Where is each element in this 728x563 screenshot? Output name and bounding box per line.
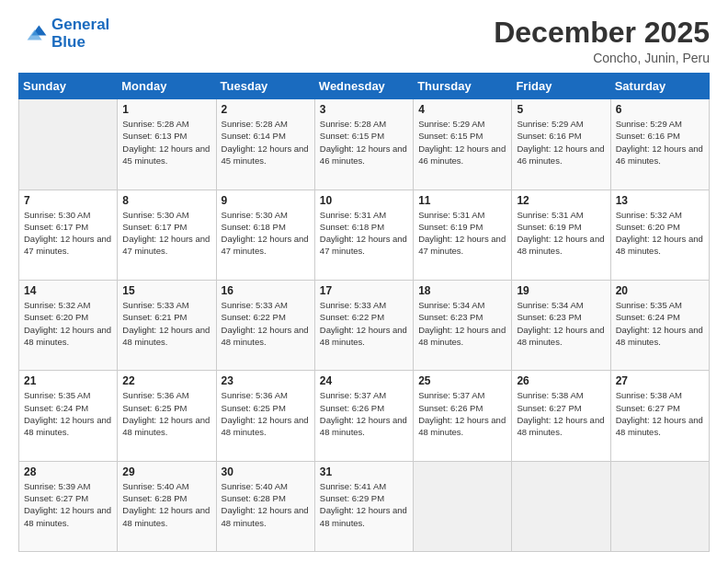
- cell-info: Sunrise: 5:33 AMSunset: 6:22 PMDaylight:…: [320, 299, 408, 348]
- logo: General Blue: [18, 17, 109, 51]
- page: General Blue December 2025 Concho, Junin…: [0, 0, 728, 563]
- day-number: 12: [517, 194, 605, 207]
- calendar-cell: 3Sunrise: 5:28 AMSunset: 6:15 PMDaylight…: [314, 99, 413, 190]
- calendar-cell: 27Sunrise: 5:38 AMSunset: 6:27 PMDayligh…: [610, 371, 709, 461]
- calendar-cell: [512, 461, 610, 551]
- cell-info: Sunrise: 5:33 AMSunset: 6:22 PMDaylight:…: [222, 299, 310, 348]
- calendar-cell: 2Sunrise: 5:28 AMSunset: 6:14 PMDaylight…: [216, 99, 314, 190]
- cell-info: Sunrise: 5:34 AMSunset: 6:23 PMDaylight:…: [418, 299, 506, 348]
- cell-info: Sunrise: 5:30 AMSunset: 6:17 PMDaylight:…: [24, 209, 112, 258]
- cell-info: Sunrise: 5:28 AMSunset: 6:13 PMDaylight:…: [122, 118, 210, 167]
- day-number: 13: [616, 194, 704, 207]
- calendar-cell: 4Sunrise: 5:29 AMSunset: 6:15 PMDaylight…: [414, 99, 512, 190]
- cell-info: Sunrise: 5:37 AMSunset: 6:26 PMDaylight:…: [320, 389, 408, 438]
- day-number: 11: [418, 194, 506, 207]
- calendar-cell: 9Sunrise: 5:30 AMSunset: 6:18 PMDaylight…: [216, 190, 314, 280]
- day-number: 29: [122, 465, 210, 478]
- cell-info: Sunrise: 5:31 AMSunset: 6:19 PMDaylight:…: [517, 209, 605, 258]
- calendar-cell: 25Sunrise: 5:37 AMSunset: 6:26 PMDayligh…: [414, 371, 512, 461]
- cell-info: Sunrise: 5:34 AMSunset: 6:23 PMDaylight:…: [517, 299, 605, 348]
- cell-info: Sunrise: 5:35 AMSunset: 6:24 PMDaylight:…: [616, 299, 704, 348]
- calendar-cell: 7Sunrise: 5:30 AMSunset: 6:17 PMDaylight…: [19, 190, 118, 280]
- main-title: December 2025: [494, 17, 710, 49]
- day-number: 16: [222, 284, 310, 297]
- logo-icon: [18, 19, 48, 49]
- cell-info: Sunrise: 5:40 AMSunset: 6:28 PMDaylight:…: [122, 480, 210, 529]
- calendar-cell: 26Sunrise: 5:38 AMSunset: 6:27 PMDayligh…: [512, 371, 610, 461]
- calendar-cell: 16Sunrise: 5:33 AMSunset: 6:22 PMDayligh…: [216, 280, 314, 370]
- calendar-cell: 12Sunrise: 5:31 AMSunset: 6:19 PMDayligh…: [512, 190, 610, 280]
- cell-info: Sunrise: 5:30 AMSunset: 6:18 PMDaylight:…: [222, 209, 310, 258]
- day-number: 21: [24, 374, 112, 387]
- cell-info: Sunrise: 5:38 AMSunset: 6:27 PMDaylight:…: [616, 389, 704, 438]
- calendar-cell: 18Sunrise: 5:34 AMSunset: 6:23 PMDayligh…: [414, 280, 512, 370]
- cell-info: Sunrise: 5:41 AMSunset: 6:29 PMDaylight:…: [320, 480, 408, 529]
- day-number: 1: [122, 103, 210, 116]
- calendar-cell: 23Sunrise: 5:36 AMSunset: 6:25 PMDayligh…: [216, 371, 314, 461]
- calendar-cell: 6Sunrise: 5:29 AMSunset: 6:16 PMDaylight…: [610, 99, 709, 190]
- day-number: 4: [418, 103, 506, 116]
- week-row-5: 28Sunrise: 5:39 AMSunset: 6:27 PMDayligh…: [19, 461, 710, 551]
- calendar-cell: 13Sunrise: 5:32 AMSunset: 6:20 PMDayligh…: [610, 190, 709, 280]
- calendar-cell: 11Sunrise: 5:31 AMSunset: 6:19 PMDayligh…: [414, 190, 512, 280]
- cell-info: Sunrise: 5:33 AMSunset: 6:21 PMDaylight:…: [122, 299, 210, 348]
- calendar-cell: 17Sunrise: 5:33 AMSunset: 6:22 PMDayligh…: [314, 280, 413, 370]
- cell-info: Sunrise: 5:29 AMSunset: 6:15 PMDaylight:…: [418, 118, 506, 167]
- calendar-cell: 14Sunrise: 5:32 AMSunset: 6:20 PMDayligh…: [19, 280, 118, 370]
- day-header-monday: Monday: [118, 74, 216, 99]
- calendar-header-row: SundayMondayTuesdayWednesdayThursdayFrid…: [19, 74, 710, 99]
- day-number: 25: [418, 374, 506, 387]
- calendar-cell: 5Sunrise: 5:29 AMSunset: 6:16 PMDaylight…: [512, 99, 610, 190]
- calendar-cell: 19Sunrise: 5:34 AMSunset: 6:23 PMDayligh…: [512, 280, 610, 370]
- calendar-cell: [414, 461, 512, 551]
- cell-info: Sunrise: 5:38 AMSunset: 6:27 PMDaylight:…: [517, 389, 605, 438]
- cell-info: Sunrise: 5:28 AMSunset: 6:15 PMDaylight:…: [320, 118, 408, 167]
- day-number: 27: [616, 374, 704, 387]
- cell-info: Sunrise: 5:36 AMSunset: 6:25 PMDaylight:…: [222, 389, 310, 438]
- day-number: 20: [616, 284, 704, 297]
- logo-general: General: [51, 16, 109, 33]
- cell-info: Sunrise: 5:30 AMSunset: 6:17 PMDaylight:…: [122, 209, 210, 258]
- day-number: 7: [24, 194, 112, 207]
- day-number: 17: [320, 284, 408, 297]
- day-number: 8: [122, 194, 210, 207]
- day-header-tuesday: Tuesday: [216, 74, 314, 99]
- day-number: 5: [517, 103, 605, 116]
- day-header-wednesday: Wednesday: [314, 74, 413, 99]
- calendar-cell: 29Sunrise: 5:40 AMSunset: 6:28 PMDayligh…: [118, 461, 216, 551]
- day-number: 23: [222, 374, 310, 387]
- day-number: 18: [418, 284, 506, 297]
- cell-info: Sunrise: 5:32 AMSunset: 6:20 PMDaylight:…: [24, 299, 112, 348]
- cell-info: Sunrise: 5:32 AMSunset: 6:20 PMDaylight:…: [616, 209, 704, 258]
- cell-info: Sunrise: 5:36 AMSunset: 6:25 PMDaylight:…: [122, 389, 210, 438]
- week-row-2: 7Sunrise: 5:30 AMSunset: 6:17 PMDaylight…: [19, 190, 710, 280]
- cell-info: Sunrise: 5:40 AMSunset: 6:28 PMDaylight:…: [222, 480, 310, 529]
- day-header-friday: Friday: [512, 74, 610, 99]
- calendar-cell: 15Sunrise: 5:33 AMSunset: 6:21 PMDayligh…: [118, 280, 216, 370]
- calendar-cell: 1Sunrise: 5:28 AMSunset: 6:13 PMDaylight…: [118, 99, 216, 190]
- cell-info: Sunrise: 5:31 AMSunset: 6:18 PMDaylight:…: [320, 209, 408, 258]
- day-number: 22: [122, 374, 210, 387]
- header: General Blue December 2025 Concho, Junin…: [18, 17, 710, 65]
- logo-text: General Blue: [51, 17, 109, 51]
- calendar-cell: 8Sunrise: 5:30 AMSunset: 6:17 PMDaylight…: [118, 190, 216, 280]
- calendar-cell: 21Sunrise: 5:35 AMSunset: 6:24 PMDayligh…: [19, 371, 118, 461]
- calendar-cell: 31Sunrise: 5:41 AMSunset: 6:29 PMDayligh…: [314, 461, 413, 551]
- day-number: 24: [320, 374, 408, 387]
- week-row-3: 14Sunrise: 5:32 AMSunset: 6:20 PMDayligh…: [19, 280, 710, 370]
- day-header-sunday: Sunday: [19, 74, 118, 99]
- calendar-cell: 22Sunrise: 5:36 AMSunset: 6:25 PMDayligh…: [118, 371, 216, 461]
- calendar-cell: 24Sunrise: 5:37 AMSunset: 6:26 PMDayligh…: [314, 371, 413, 461]
- day-number: 3: [320, 103, 408, 116]
- week-row-1: 1Sunrise: 5:28 AMSunset: 6:13 PMDaylight…: [19, 99, 710, 190]
- day-number: 14: [24, 284, 112, 297]
- calendar-cell: 30Sunrise: 5:40 AMSunset: 6:28 PMDayligh…: [216, 461, 314, 551]
- title-section: December 2025 Concho, Junin, Peru: [494, 17, 710, 65]
- calendar-cell: 20Sunrise: 5:35 AMSunset: 6:24 PMDayligh…: [610, 280, 709, 370]
- day-number: 26: [517, 374, 605, 387]
- day-number: 6: [616, 103, 704, 116]
- day-header-thursday: Thursday: [414, 74, 512, 99]
- cell-info: Sunrise: 5:35 AMSunset: 6:24 PMDaylight:…: [24, 389, 112, 438]
- cell-info: Sunrise: 5:37 AMSunset: 6:26 PMDaylight:…: [418, 389, 506, 438]
- day-number: 31: [320, 465, 408, 478]
